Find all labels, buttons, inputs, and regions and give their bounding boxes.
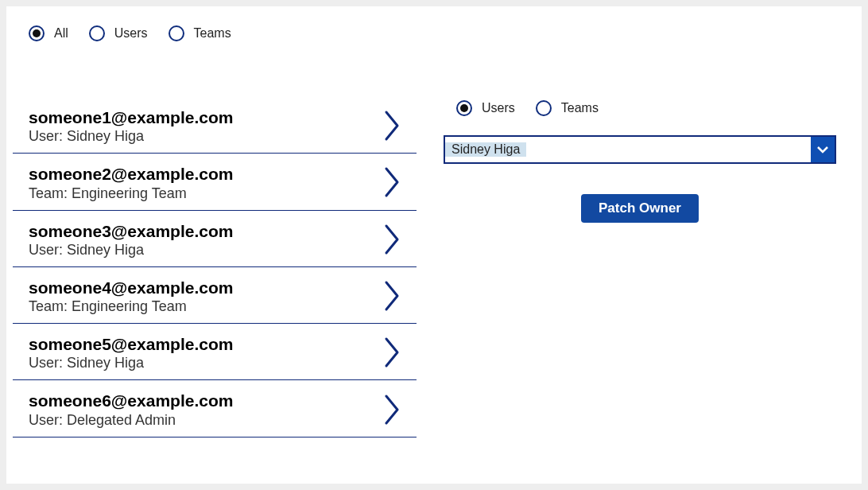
item-email: someone3@example.com [29, 220, 233, 242]
chevron-right-icon [382, 109, 404, 142]
patch-owner-button[interactable]: Patch Owner [581, 194, 699, 223]
item-owner: User: Sidney Higa [29, 242, 233, 259]
radio-icon [456, 100, 472, 116]
item-email: someone2@example.com [29, 163, 233, 185]
owner-type-teams-label: Teams [561, 101, 599, 115]
list-item-text: someone6@example.com User: Delegated Adm… [29, 390, 233, 428]
item-owner: User: Sidney Higa [29, 355, 233, 371]
chevron-right-icon [382, 223, 404, 256]
list-item-text: someone3@example.com User: Sidney Higa [29, 220, 233, 259]
top-filter-all[interactable]: All [29, 25, 68, 41]
owner-assign-panel: Users Teams Sidney Higa Patch Owner [448, 100, 831, 223]
item-owner: Team: Engineering Team [29, 185, 233, 202]
list-item-text: someone5@example.com User: Sidney Higa [29, 333, 233, 371]
list-item-text: someone1@example.com User: Sidney Higa [29, 107, 233, 145]
owner-type-users-label: Users [482, 101, 515, 115]
list-item-text: someone4@example.com Team: Engineering T… [29, 277, 233, 315]
top-filter-teams[interactable]: Teams [169, 25, 231, 41]
chevron-right-icon [382, 165, 404, 199]
results-list[interactable]: someone1@example.com User: Sidney Higa s… [13, 94, 417, 479]
chevron-down-icon[interactable] [811, 137, 835, 162]
item-owner: User: Sidney Higa [29, 128, 233, 145]
chevron-right-icon [382, 336, 404, 369]
top-filter-users[interactable]: Users [89, 25, 148, 41]
chevron-right-icon [382, 279, 404, 313]
list-item[interactable]: someone5@example.com User: Sidney Higa [13, 324, 417, 380]
list-item[interactable]: someone1@example.com User: Sidney Higa [13, 94, 417, 154]
owner-type-radio-group: Users Teams [448, 100, 831, 116]
list-item[interactable]: someone3@example.com User: Sidney Higa [13, 211, 417, 267]
list-item[interactable]: someone4@example.com Team: Engineering T… [13, 267, 417, 324]
owner-select[interactable]: Sidney Higa [444, 135, 836, 164]
owner-type-teams[interactable]: Teams [536, 100, 599, 116]
radio-icon [536, 100, 552, 116]
item-email: someone6@example.com [29, 390, 233, 411]
top-filter-all-label: All [54, 26, 68, 41]
item-email: someone4@example.com [29, 277, 233, 298]
list-item-text: someone2@example.com Team: Engineering T… [29, 163, 233, 201]
owner-select-value: Sidney Higa [445, 142, 526, 157]
item-email: someone5@example.com [29, 333, 233, 355]
item-owner: User: Delegated Admin [29, 412, 233, 429]
top-filter-radio-group: All Users Teams [6, 6, 862, 41]
chevron-right-icon [382, 393, 404, 426]
list-item[interactable]: someone2@example.com Team: Engineering T… [13, 154, 417, 210]
owner-type-users[interactable]: Users [456, 100, 515, 116]
item-email: someone1@example.com [29, 107, 233, 128]
item-owner: Team: Engineering Team [29, 298, 233, 315]
top-filter-teams-label: Teams [194, 26, 231, 41]
radio-icon [169, 25, 184, 41]
radio-icon [29, 25, 45, 41]
top-filter-users-label: Users [114, 26, 148, 41]
list-item[interactable]: someone6@example.com User: Delegated Adm… [13, 380, 417, 437]
radio-icon [89, 25, 105, 41]
